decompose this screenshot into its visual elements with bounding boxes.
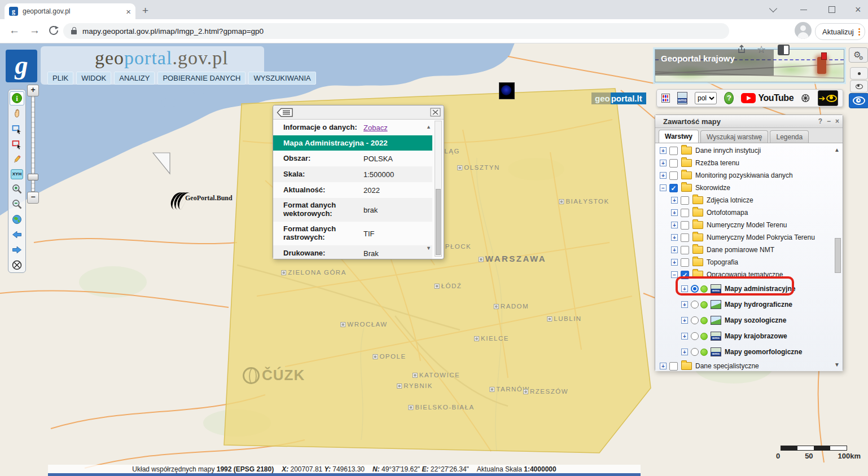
collapse-icon[interactable]: − [660,184,667,191]
forward-icon[interactable]: → [29,24,40,37]
expand-icon[interactable]: + [660,160,667,166]
expand-icon[interactable]: + [660,363,667,369]
zoom-box-tool-button[interactable] [10,122,24,136]
expand-icon[interactable]: + [660,172,667,179]
layer-checkbox[interactable] [681,233,689,242]
panel-minimize-icon[interactable]: − [827,117,831,125]
next-view-button[interactable] [10,243,24,257]
tree-item[interactable]: +Monitoring pozyskiwania danych [655,169,843,182]
tree-item[interactable]: +Numeryczny Model Terenu [655,219,843,231]
browser-menu-icon[interactable] [858,28,860,36]
tree-item[interactable]: +Numeryczny Model Pokrycia Terenu [655,231,843,244]
menu-analizy[interactable]: ANALIZY [114,72,155,85]
layer-radio[interactable] [691,301,699,308]
tree-item[interactable]: +Dane innych instytucji [655,144,843,157]
update-browser-button[interactable]: Aktualizuj [815,23,865,40]
zoom-out-tool-button[interactable] [10,197,24,211]
select-box-tool-button[interactable] [10,137,24,151]
tree-item[interactable]: +Ortofotomapa [655,206,843,219]
tree-item-layer[interactable]: +wmsMapy geomorfologiczne [655,344,843,360]
tree-item[interactable]: +Dane pomiarowe NMT [655,244,843,256]
clear-selection-button[interactable] [10,258,24,272]
url-text[interactable]: mapy.geoportal.gov.pl/imap/Imgp_2.html?g… [82,27,264,36]
browser-tab[interactable]: g geoportal.gov.pl × [5,3,135,19]
new-tab-button[interactable]: + [142,5,148,17]
zoom-slider-plus-button[interactable]: + [27,85,39,96]
youtube-button[interactable]: YouTube [741,93,794,103]
window-menu-icon[interactable] [770,0,776,19]
share-icon[interactable] [737,45,746,54]
tree-item[interactable]: +Topografia [655,256,843,268]
visibility-large-button-active[interactable] [849,93,868,108]
reload-icon[interactable] [49,25,59,36]
tree-item[interactable]: +Dane specjalistyczne [655,360,843,371]
layer-checkbox[interactable] [681,258,689,267]
popup-close-icon[interactable] [430,108,441,117]
overview-minimap[interactable]: Geoportal krajowy [655,49,844,82]
popup-scrollbar[interactable] [435,121,442,257]
menu-wyszukiwania[interactable]: WYSZUKIWANIA [248,72,315,85]
composition-grid-icon[interactable] [661,94,670,103]
zoom-slider-minus-button[interactable]: − [27,192,39,204]
layer-checkbox[interactable] [681,196,689,205]
results-list-icon[interactable] [277,108,293,117]
settings-gear-button[interactable]: ⚙⚙ [849,47,868,63]
layer-checkbox[interactable] [681,221,689,230]
layer-radio[interactable] [691,332,699,340]
language-select[interactable]: pol [695,92,717,104]
tree-scroll-up-icon[interactable]: ▲ [834,147,840,153]
bookmark-star-icon[interactable]: ☆ [757,43,766,56]
menu-pobieranie-danych[interactable]: POBIERANIE DANYCH [157,72,246,85]
visibility-small-button[interactable] [850,67,868,80]
layer-checkbox[interactable] [681,246,689,254]
layer-checkbox[interactable] [669,159,678,168]
layer-checkbox[interactable] [669,147,678,155]
expand-icon[interactable]: + [671,259,678,266]
tab-warstwy[interactable]: Warstwy [659,130,699,143]
help-button[interactable]: ? [724,92,734,104]
address-bar[interactable]: mapy.geoportal.gov.pl/imap/Imgp_2.html?g… [63,23,729,39]
expand-icon[interactable]: + [671,197,678,204]
expand-icon[interactable]: + [671,209,678,216]
tree-scroll-down-icon[interactable]: ▼ [834,362,840,368]
window-maximize-icon[interactable] [828,0,835,19]
back-icon[interactable]: ← [9,24,20,37]
expand-icon[interactable]: + [671,222,678,228]
popup-scroll-up-icon[interactable]: ▲ [426,124,431,130]
popup-scroll-down-icon[interactable]: ▼ [426,245,431,251]
expand-icon[interactable]: + [671,234,678,241]
expand-icon[interactable]: + [671,246,678,253]
layer-checkbox[interactable] [669,362,678,371]
identify-tool-button[interactable]: i [10,91,24,105]
popup-scrollbar-thumb[interactable] [436,189,441,255]
geoportal-logo[interactable]: g [6,50,37,82]
tree-item[interactable]: +Zdjęcia lotnicze [655,194,843,206]
layer-checkbox[interactable] [669,171,678,180]
tree-item-layer[interactable]: +wmsMapy krajobrazowe [655,328,843,344]
visibility-medium-button[interactable] [850,80,868,92]
map-marker-icon[interactable] [499,82,515,99]
layer-radio[interactable] [691,348,699,356]
expand-icon[interactable]: + [681,333,688,340]
draw-tool-button[interactable] [10,152,24,166]
layer-checkbox[interactable] [681,209,689,217]
profile-avatar[interactable] [795,22,812,39]
menu-plik[interactable]: PLIK [47,72,73,85]
collapse-icon[interactable]: − [671,271,678,278]
tab-wyszukaj-warstwe[interactable]: Wyszukaj warstwę [700,130,769,143]
expand-icon[interactable]: + [681,349,688,355]
zoom-in-tool-button[interactable] [10,182,24,196]
layer-radio[interactable] [691,316,699,324]
tree-scrollbar-thumb[interactable] [835,238,841,273]
panel-close-icon[interactable]: × [835,117,839,125]
window-close-icon[interactable]: × [855,0,861,19]
accessibility-wheel-icon[interactable] [801,92,810,104]
panel-help-icon[interactable]: ? [818,117,822,125]
tree-item[interactable]: +Rzeźba terenu [655,157,843,169]
zoom-slider-handle[interactable] [28,174,38,180]
window-minimize-icon[interactable] [800,0,807,19]
expand-icon[interactable]: + [681,317,688,324]
xyh-coordinates-tool-button[interactable]: XYH [10,167,24,181]
expand-icon[interactable]: + [681,301,688,308]
tab-legenda[interactable]: Legenda [770,130,809,143]
